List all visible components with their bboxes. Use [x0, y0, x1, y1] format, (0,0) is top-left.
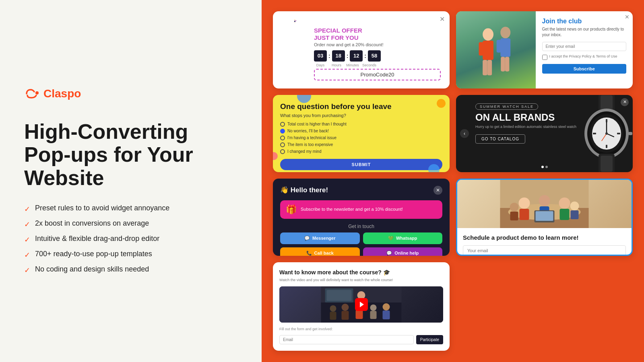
schedule-email-input[interactable]: [463, 245, 626, 255]
special-offer-subtitle: Order now and get a 20% discount!: [314, 42, 441, 47]
get-in-touch-label: Get in touch: [280, 224, 442, 229]
left-panel: Claspo High-Converting Pop-ups for Your …: [0, 0, 262, 362]
svg-rect-17: [505, 57, 510, 71]
check-icon-4: ✓: [24, 251, 30, 259]
hello-title: 👋 Hello there!: [280, 186, 328, 194]
svg-point-1: [294, 19, 295, 21]
popup-one-question: One question before you leave What stops…: [273, 95, 450, 172]
participate-button[interactable]: Participate: [416, 335, 443, 344]
countdown-hours: 18: [332, 50, 345, 62]
watch-sale-badge: SUMMER WATCH SALE: [475, 103, 538, 110]
check-icon-5: ✓: [24, 266, 30, 275]
close-button[interactable]: ✕: [433, 186, 442, 195]
option-3[interactable]: I'm having a technical issue: [280, 136, 442, 140]
svg-point-54: [342, 304, 349, 311]
svg-rect-49: [536, 211, 553, 221]
logo-icon: [24, 88, 39, 99]
feature-item-2: ✓ 2x boost in conversions on average: [24, 219, 237, 229]
subscribe-button[interactable]: Subscribe: [542, 64, 626, 74]
online-help-button[interactable]: 💬 Online help: [363, 247, 443, 256]
option-2[interactable]: No worries, I'll be back!: [280, 129, 442, 134]
right-panel: ✕ SPECIAL OFFERJUST FOR YOU Order now an…: [262, 0, 644, 362]
play-button[interactable]: [355, 298, 368, 311]
svg-rect-25: [606, 145, 607, 148]
callback-button[interactable]: 📞 Call back: [280, 247, 360, 256]
special-offer-title: SPECIAL OFFERJUST FOR YOU: [314, 27, 441, 41]
svg-rect-59: [370, 311, 377, 319]
carousel-dots: [541, 166, 548, 168]
popup-special-offer: ✕ SPECIAL OFFERJUST FOR YOU Order now an…: [273, 11, 450, 88]
messenger-button[interactable]: 💬 Messenger: [280, 232, 360, 244]
countdown-days: 03: [314, 50, 327, 62]
svg-rect-55: [342, 311, 349, 320]
privacy-text: I accept the Privacy Policy & Terms of U…: [549, 54, 617, 58]
popup-schedule-demo: Schedule a product demo to learn more! d…: [456, 179, 633, 256]
popup-hello: 👋 Hello there! ✕ 🎁 Subscribe to the news…: [273, 179, 450, 256]
popup-join-club: ✕ Join the club Get the latest news on o…: [456, 11, 633, 88]
newsletter-text: Subscribe to the newsletter and get a 10…: [301, 206, 403, 212]
course-signup-form: Participate: [279, 335, 443, 344]
svg-rect-14: [497, 40, 502, 53]
svg-rect-61: [383, 311, 390, 319]
svg-rect-15: [505, 40, 510, 53]
svg-rect-32: [628, 132, 632, 135]
logo-text: Claspo: [43, 87, 81, 100]
question-subtitle: What stops you from purchasing?: [280, 113, 442, 118]
messenger-icon: 💬: [304, 236, 310, 241]
join-club-image: [456, 11, 536, 88]
svg-rect-45: [510, 212, 518, 220]
svg-rect-34: [601, 156, 613, 172]
newsletter-promo: 🎁 Subscribe to the newsletter and get a …: [280, 200, 442, 219]
svg-point-6: [483, 28, 493, 41]
question-title: One question before you leave: [280, 102, 442, 111]
popup-watch-sale: ✕ ‹ SUMMER WATCH SALE ON ALL BRANDS Hurr…: [456, 95, 633, 172]
svg-point-60: [383, 303, 390, 311]
check-icon-1: ✓: [24, 205, 30, 214]
svg-point-0: [35, 91, 39, 95]
close-button[interactable]: ✕: [625, 14, 630, 20]
countdown-labels: Days Hours Minutes Seconds: [314, 63, 441, 67]
course-video: [279, 286, 443, 323]
submit-button[interactable]: SUBMIT: [280, 159, 442, 170]
option-1[interactable]: Total cost is higher than I thought: [280, 122, 442, 127]
promo-code-input[interactable]: [314, 69, 441, 80]
svg-rect-39: [520, 209, 529, 220]
phone-icon: 📞: [306, 251, 312, 256]
meeting-illustration: [457, 180, 632, 228]
course-title: Want to know more about the course? 🎓: [279, 269, 443, 276]
svg-rect-8: [479, 42, 484, 56]
dot-2: [545, 166, 548, 168]
course-email-input[interactable]: [279, 335, 414, 344]
join-club-subtitle: Get the latest news on our products dire…: [542, 27, 626, 38]
catalog-button[interactable]: GO TO CATALOG: [475, 134, 525, 144]
option-4[interactable]: The item is too expensive: [280, 142, 442, 147]
watch-illustration: [574, 95, 633, 172]
join-email-input[interactable]: [542, 42, 626, 51]
features-list: ✓ Preset rules to to avoid widget annoya…: [24, 204, 237, 275]
course-subtitle: Watch the video and you will definitely …: [279, 278, 443, 283]
feature-item-5: ✓ No coding and design skills needed: [24, 265, 237, 275]
svg-point-52: [330, 305, 336, 312]
svg-rect-65: [327, 290, 352, 301]
svg-rect-16: [501, 57, 505, 71]
schedule-title: Schedule a product demo to learn more!: [463, 234, 626, 242]
chat-icon: 💬: [386, 251, 392, 256]
svg-rect-26: [593, 133, 596, 134]
survey-options: Total cost is higher than I thought No w…: [280, 122, 442, 154]
option-5[interactable]: I changed my mind: [280, 149, 442, 154]
main-headline: High-Converting Pop-ups for Your Website: [24, 120, 237, 189]
play-icon: [360, 302, 364, 307]
svg-point-58: [370, 304, 377, 311]
feature-item-3: ✓ Intuitive & flexible drag-and-drop edi…: [24, 234, 237, 244]
whatsapp-button[interactable]: 💚 Whatsapp: [363, 232, 443, 244]
privacy-checkbox[interactable]: [542, 55, 547, 60]
course-fill-form-text: Fill out the form and get involved:: [279, 327, 443, 332]
countdown-timer: 03 : 18 : 12 : 58: [314, 50, 441, 62]
svg-rect-53: [330, 312, 336, 320]
feature-item-1: ✓ Preset rules to to avoid widget annoya…: [24, 204, 237, 214]
close-button[interactable]: ✕: [440, 15, 445, 23]
prev-arrow[interactable]: ‹: [460, 129, 469, 138]
svg-point-44: [510, 203, 519, 212]
logo: Claspo: [24, 87, 237, 100]
contact-buttons-grid: 💬 Messenger 💚 Whatsapp 📞 Call back 💬 Onl…: [280, 232, 442, 256]
